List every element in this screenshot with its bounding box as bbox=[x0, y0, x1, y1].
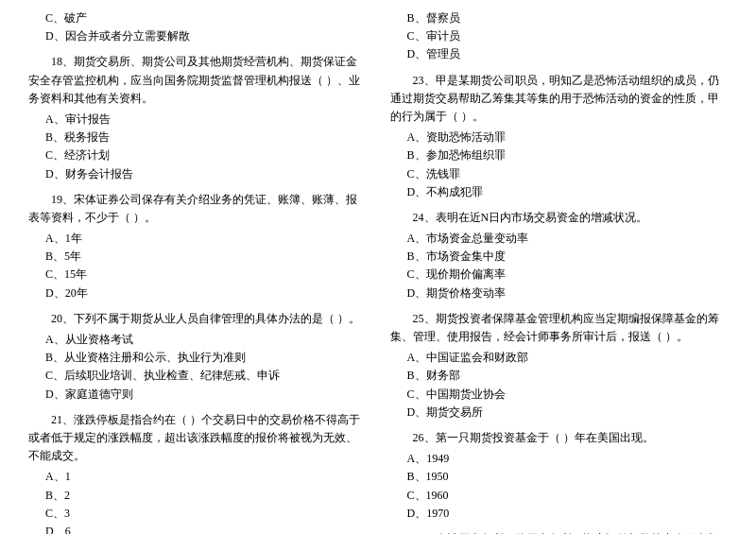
option-23a: A、资助恐怖活动罪 bbox=[390, 129, 729, 146]
option-21b: B、2 bbox=[28, 487, 367, 505]
option-18a: A、审计报告 bbox=[28, 111, 367, 129]
option-21d: D、6 bbox=[28, 523, 367, 534]
option-23b: B、参加恐怖组织罪 bbox=[390, 146, 729, 164]
option-20d: D、家庭道德守则 bbox=[28, 386, 367, 404]
question-block-20: 20、下列不属于期货从业人员自律管理的具体办法的是（ ）。 A、从业资格考试 B… bbox=[28, 310, 367, 404]
option-19d: D、20年 bbox=[28, 284, 367, 302]
question-block-21: 21、涨跌停板是指合约在（ ）个交易日中的交易价格不得高于或者低于规定的涨跌幅度… bbox=[28, 411, 367, 534]
option-24b: B、市场资金集中度 bbox=[390, 248, 729, 266]
option-24a: A、市场资金总量变动率 bbox=[390, 230, 729, 248]
page-content: C、破产 D、因合并或者分立需要解散 18、期货交易所、期货公司及其他期货经营机… bbox=[28, 9, 728, 534]
option-25b: B、财务部 bbox=[390, 367, 729, 385]
option-24c: C、现价期价偏离率 bbox=[390, 266, 729, 284]
question-27-text: 27、会计师事务所、律师事务所、资产评估机构等中介服务机构未勤勉尽责，所出具的文… bbox=[390, 530, 729, 534]
question-24-text: 24、表明在近N日内市场交易资金的增减状况。 bbox=[390, 209, 729, 227]
question-20-text: 20、下列不属于期货从业人员自律管理的具体办法的是（ ）。 bbox=[28, 310, 367, 328]
option-18b: B、税务报告 bbox=[28, 129, 367, 146]
option-26a: A、1949 bbox=[390, 450, 729, 468]
question-block-27: 27、会计师事务所、律师事务所、资产评估机构等中介服务机构未勤勉尽责，所出具的文… bbox=[390, 530, 729, 534]
question-block-24: 24、表明在近N日内市场交易资金的增减状况。 A、市场资金总量变动率 B、市场资… bbox=[390, 209, 729, 302]
option-19c: C、15年 bbox=[28, 266, 367, 284]
option-25d: D、期货交易所 bbox=[390, 404, 729, 422]
question-25-text: 25、期货投资者保障基金管理机构应当定期编报保障基金的筹集、管理、使用报告，经会… bbox=[390, 310, 729, 346]
question-block-26: 26、第一只期货投资基金于（ ）年在美国出现。 A、1949 B、1950 C、… bbox=[390, 429, 729, 523]
option-23c: C、洗钱罪 bbox=[390, 165, 729, 183]
right-column: B、督察员 C、审计员 D、管理员 23、甲是某期货公司职员，明知乙是恐怖活动组… bbox=[381, 9, 729, 534]
option-18c2: C、经济计划 bbox=[28, 146, 367, 164]
question-18-text: 18、期货交易所、期货公司及其他期货经营机构、期货保证金安全存管监控机构，应当向… bbox=[28, 53, 367, 108]
option-19a: A、1年 bbox=[28, 230, 367, 248]
option-22d: D、管理员 bbox=[390, 45, 729, 63]
option-23d: D、不构成犯罪 bbox=[390, 183, 729, 201]
question-23-text: 23、甲是某期货公司职员，明知乙是恐怖活动组织的成员，仍通过期货交易帮助乙筹集其… bbox=[390, 72, 729, 127]
question-block-23: 23、甲是某期货公司职员，明知乙是恐怖活动组织的成员，仍通过期货交易帮助乙筹集其… bbox=[390, 72, 729, 201]
option-22c: C、审计员 bbox=[390, 27, 729, 45]
question-block-18: 18、期货交易所、期货公司及其他期货经营机构、期货保证金安全存管监控机构，应当向… bbox=[28, 53, 367, 182]
option-19b: B、5年 bbox=[28, 248, 367, 266]
option-21a: A、1 bbox=[28, 468, 367, 486]
option-24d: D、期货价格变动率 bbox=[390, 284, 729, 302]
question-block-25: 25、期货投资者保障基金管理机构应当定期编报保障基金的筹集、管理、使用报告，经会… bbox=[390, 310, 729, 422]
question-21-text: 21、涨跌停板是指合约在（ ）个交易日中的交易价格不得高于或者低于规定的涨跌幅度… bbox=[28, 411, 367, 466]
option-26d: D、1970 bbox=[390, 505, 729, 523]
question-block-22-cont: B、督察员 C、审计员 D、管理员 bbox=[390, 9, 729, 64]
option-18d: D、因合并或者分立需要解散 bbox=[28, 27, 367, 45]
option-26c: C、1960 bbox=[390, 487, 729, 505]
option-20a: A、从业资格考试 bbox=[28, 331, 367, 349]
left-column: C、破产 D、因合并或者分立需要解散 18、期货交易所、期货公司及其他期货经营机… bbox=[28, 9, 381, 534]
option-25c: C、中国期货业协会 bbox=[390, 386, 729, 404]
question-19-text: 19、宋体证券公司保存有关介绍业务的凭证、账簿、账薄、报表等资料，不少于（ ）。 bbox=[28, 191, 367, 227]
option-20b: B、从业资格注册和公示、执业行为准则 bbox=[28, 349, 367, 367]
option-18c: C、破产 bbox=[28, 9, 367, 27]
question-block-19: 19、宋体证券公司保存有关介绍业务的凭证、账簿、账薄、报表等资料，不少于（ ）。… bbox=[28, 191, 367, 302]
question-26-text: 26、第一只期货投资基金于（ ）年在美国出现。 bbox=[390, 429, 729, 447]
option-22b: B、督察员 bbox=[390, 9, 729, 27]
option-26b: B、1950 bbox=[390, 468, 729, 486]
option-18d2: D、财务会计报告 bbox=[28, 165, 367, 183]
option-20c: C、后续职业培训、执业检查、纪律惩戒、申诉 bbox=[28, 367, 367, 385]
option-21c: C、3 bbox=[28, 505, 367, 523]
option-25a: A、中国证监会和财政部 bbox=[390, 349, 729, 367]
question-block-18c: C、破产 D、因合并或者分立需要解散 bbox=[28, 9, 367, 45]
